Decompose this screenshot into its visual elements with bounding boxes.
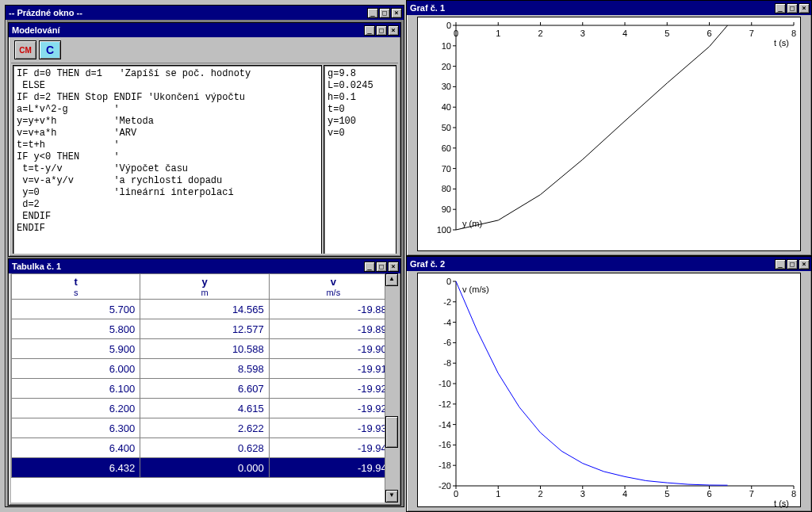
cell[interactable]: -19.942: [269, 438, 397, 458]
col-header-t[interactable]: ts: [12, 274, 140, 300]
cell[interactable]: -19.880: [269, 300, 397, 319]
svg-text:-2: -2: [443, 297, 451, 307]
cell[interactable]: -19.935: [269, 418, 397, 438]
cell[interactable]: 12.577: [140, 319, 269, 339]
scroll-down-arrow[interactable]: ▼: [385, 490, 398, 502]
cell[interactable]: 5.800: [12, 319, 140, 339]
close-button[interactable]: ×: [799, 259, 810, 269]
close-button[interactable]: ×: [388, 262, 399, 272]
cell[interactable]: 6.100: [12, 379, 140, 399]
close-button[interactable]: ×: [391, 8, 402, 18]
vertical-scrollbar[interactable]: ▲ ▼: [385, 273, 398, 502]
svg-text:t (s): t (s): [774, 38, 789, 48]
svg-text:50: 50: [442, 123, 451, 132]
table-row[interactable]: 6.3002.622-19.935: [12, 418, 398, 438]
cell[interactable]: 5.700: [12, 300, 140, 319]
titlebar-tabulka: Tabulka č. 1 _ □ ×: [9, 259, 400, 273]
data-table-wrap: ts ym vm/s 5.70014.565-19.8805.80012.577…: [11, 273, 398, 502]
svg-text:0: 0: [446, 277, 451, 286]
titlebar-graf-1: Graf č. 1 _ □ ×: [407, 1, 811, 15]
minimize-button[interactable]: _: [364, 25, 375, 36]
svg-text:-18: -18: [439, 460, 451, 470]
minimize-button[interactable]: _: [775, 3, 786, 13]
svg-text:v (m/s): v (m/s): [462, 285, 489, 294]
cell[interactable]: 6.300: [12, 418, 140, 438]
cell[interactable]: 6.000: [12, 359, 140, 379]
svg-text:8: 8: [791, 29, 796, 38]
minimize-button[interactable]: _: [367, 8, 378, 18]
desktop: Graf č. 1 _ □ × 012345678010203040506070…: [0, 0, 812, 512]
window-title: Graf č. 2: [410, 257, 775, 271]
maximize-button[interactable]: □: [379, 8, 390, 18]
svg-text:2: 2: [538, 489, 542, 499]
minimize-button[interactable]: _: [775, 259, 786, 269]
code-editor-main[interactable]: IF d=0 THEN d=1 'Zapíší se poč. hodnoty …: [13, 65, 322, 254]
tool-cm-icon[interactable]: CM: [14, 40, 36, 59]
table-row[interactable]: 5.90010.588-19.902: [12, 339, 398, 359]
cell[interactable]: 5.900: [12, 339, 140, 359]
svg-text:4: 4: [622, 29, 627, 38]
cell[interactable]: 6.400: [12, 438, 140, 458]
col-header-v[interactable]: vm/s: [269, 274, 397, 300]
cell[interactable]: 4.615: [140, 399, 269, 418]
cell[interactable]: 8.598: [140, 359, 269, 379]
minimize-button[interactable]: _: [364, 262, 375, 272]
titlebar-modelovani: Modelování _ □ ×: [9, 23, 400, 37]
svg-text:4: 4: [622, 489, 627, 499]
scroll-up-arrow[interactable]: ▲: [385, 273, 398, 286]
svg-text:30: 30: [442, 82, 451, 91]
svg-text:2: 2: [538, 29, 542, 38]
cell[interactable]: 6.200: [12, 399, 140, 418]
cell[interactable]: -19.920: [269, 379, 397, 399]
maximize-button[interactable]: □: [376, 25, 387, 36]
cell[interactable]: 6.432: [12, 458, 140, 478]
cell[interactable]: 6.607: [140, 379, 269, 399]
svg-text:-12: -12: [439, 399, 451, 409]
client-area: CM C IF d=0 THEN d=1 'Zapíší se poč. hod…: [11, 37, 398, 254]
code-editor-init[interactable]: g=9.8 L=0.0245 h=0.1 t=0 y=100 v=0: [324, 65, 396, 254]
table-row[interactable]: 6.4320.000-19.943: [12, 458, 398, 478]
svg-text:0: 0: [454, 489, 458, 499]
maximize-button[interactable]: □: [376, 262, 387, 272]
col-header-y[interactable]: ym: [140, 274, 269, 300]
svg-text:-6: -6: [443, 338, 451, 347]
data-table[interactable]: ts ym vm/s 5.70014.565-19.8805.80012.577…: [11, 273, 398, 478]
close-button[interactable]: ×: [799, 3, 810, 13]
toolbar: CM C: [11, 37, 398, 63]
tool-c-icon[interactable]: C: [39, 40, 61, 59]
client-area: ts ym vm/s 5.70014.565-19.8805.80012.577…: [11, 273, 398, 502]
table-header-row: ts ym vm/s: [12, 274, 398, 300]
table-row[interactable]: 6.4000.628-19.942: [12, 438, 398, 458]
cell[interactable]: -19.892: [269, 319, 397, 339]
cell[interactable]: 0.628: [140, 438, 269, 458]
client-area: 0123456780102030405060708090100t (s)y (m…: [409, 15, 809, 253]
table-row[interactable]: 5.80012.577-19.892: [12, 319, 398, 339]
cell[interactable]: 2.622: [140, 418, 269, 438]
plot-area-1: 0123456780102030405060708090100t (s)y (m…: [417, 17, 801, 251]
client-area: 012345678-20-18-16-14-12-10-8-6-4-20t (s…: [409, 271, 809, 509]
svg-text:-20: -20: [439, 481, 451, 491]
plot-area-2: 012345678-20-18-16-14-12-10-8-6-4-20t (s…: [417, 273, 801, 507]
cell[interactable]: -19.928: [269, 399, 397, 418]
cell[interactable]: -19.912: [269, 359, 397, 379]
cell[interactable]: 14.565: [140, 300, 269, 319]
svg-text:60: 60: [442, 143, 451, 153]
svg-text:5: 5: [665, 489, 669, 499]
table-row[interactable]: 6.1006.607-19.920: [12, 379, 398, 399]
maximize-button[interactable]: □: [787, 3, 798, 13]
cell[interactable]: 0.000: [140, 458, 269, 478]
close-button[interactable]: ×: [388, 25, 399, 36]
table-row[interactable]: 6.2004.615-19.928: [12, 399, 398, 418]
table-row[interactable]: 5.70014.565-19.880: [12, 300, 398, 319]
svg-text:0: 0: [454, 29, 458, 38]
cell[interactable]: 10.588: [140, 339, 269, 359]
table-row[interactable]: 6.0008.598-19.912: [12, 359, 398, 379]
scroll-thumb[interactable]: [385, 416, 398, 448]
maximize-button[interactable]: □: [787, 259, 798, 269]
cell[interactable]: -19.902: [269, 339, 397, 359]
parent-titlebar: -- Prázdné okno -- _ □ ×: [6, 6, 404, 20]
svg-text:-10: -10: [439, 379, 451, 388]
svg-text:0: 0: [446, 21, 451, 30]
window-graf-1: Graf č. 1 _ □ × 012345678010203040506070…: [406, 0, 812, 256]
cell[interactable]: -19.943: [269, 458, 397, 478]
